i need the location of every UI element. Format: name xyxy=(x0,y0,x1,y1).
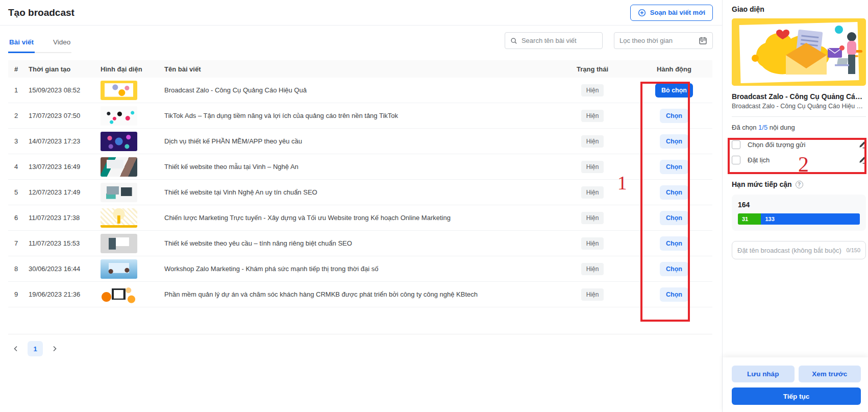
main-panel: Tạo broadcast Soạn bài viết mới Bài viết… xyxy=(0,0,722,412)
select-post-button[interactable]: Chọn xyxy=(660,287,688,302)
status-badge: Hiện xyxy=(581,135,604,148)
post-title: Chiến lược Marketing Trực tuyến - Xây dự… xyxy=(164,214,549,222)
table-row: 3 14/07/2023 17:23 Dịch vụ thiết kế PHẦN… xyxy=(8,129,712,154)
edit-audience-button[interactable] xyxy=(858,141,866,149)
post-title: Thiết kế website tại Vinh Nghệ An uy tín… xyxy=(164,188,549,196)
status-badge: Hiện xyxy=(581,110,604,122)
pencil-icon xyxy=(858,156,866,164)
select-post-button[interactable]: Chọn xyxy=(660,160,688,174)
broadcast-name-field: 0/150 xyxy=(732,241,866,259)
selection-count: 1/5 xyxy=(758,124,767,131)
quota-segment-used: 31 xyxy=(738,213,761,225)
col-header-created: Thời gian tạo xyxy=(29,65,101,73)
posts-table: # Thời gian tạo Hình đại diện Tên bài vi… xyxy=(8,60,712,307)
select-post-button[interactable]: Chọn xyxy=(660,262,688,276)
row-index: 8 xyxy=(8,265,29,273)
select-post-button[interactable]: Chọn xyxy=(660,236,688,251)
table-row: 4 13/07/2023 16:49 Thiết kế website theo… xyxy=(8,154,712,180)
preview-post-title: Broadcast Zalo - Công Cụ Quảng Cáo Hiệu … xyxy=(732,92,866,101)
time-filter-placeholder: Lọc theo thời gian xyxy=(619,37,673,44)
post-thumbnail xyxy=(101,157,137,177)
save-draft-button[interactable]: Lưu nháp xyxy=(732,366,795,382)
tab-articles[interactable]: Bài viết xyxy=(8,33,35,53)
controls-row: Bài viết Video Lọc theo thời gian xyxy=(0,26,722,53)
selection-suffix: nội dung xyxy=(767,124,795,131)
chevron-left-icon xyxy=(12,345,19,352)
post-thumbnail xyxy=(101,183,137,202)
row-index: 2 xyxy=(8,112,29,119)
row-created: 11/07/2023 15:53 xyxy=(29,239,101,247)
table-row: 7 11/07/2023 15:53 Thiết kế website theo… xyxy=(8,231,712,256)
row-index: 7 xyxy=(8,239,29,247)
preview-button[interactable]: Xem trước xyxy=(799,366,861,382)
row-created: 19/06/2023 21:36 xyxy=(29,290,101,298)
post-title: Thiết kế website theo yêu cầu – tính năn… xyxy=(164,239,549,247)
status-badge: Hiện xyxy=(581,237,604,250)
tab-video[interactable]: Video xyxy=(52,33,71,53)
select-post-button[interactable]: Chọn xyxy=(660,134,688,149)
table-row: 9 19/06/2023 21:36 Phần mềm quản lý dự á… xyxy=(8,282,712,307)
preview-sidebar: Giao diện xyxy=(722,0,868,412)
row-created: 12/07/2023 17:49 xyxy=(29,188,101,196)
row-created: 13/07/2023 16:49 xyxy=(29,163,101,171)
row-index: 1 xyxy=(8,86,29,94)
col-header-index: # xyxy=(8,65,29,73)
search-icon xyxy=(510,37,517,45)
post-title: Dịch vụ thiết kế PHẦN MỀM/APP theo yêu c… xyxy=(164,137,549,145)
table-header-row: # Thời gian tạo Hình đại diện Tên bài vi… xyxy=(8,60,712,78)
select-post-button[interactable]: Chọn xyxy=(660,211,688,225)
audience-option-label: Chọn đối tượng gửi xyxy=(748,141,858,149)
post-thumbnail xyxy=(101,285,137,304)
table-row: 6 11/07/2023 17:38 Chiến lược Marketing … xyxy=(8,205,712,231)
broadcast-create-page: Tạo broadcast Soạn bài viết mới Bài viết… xyxy=(0,0,868,412)
table-row: 2 17/07/2023 07:50 TikTok Ads – Tận dụng… xyxy=(8,103,712,129)
quota-segment-remaining: 133 xyxy=(761,213,860,225)
pagination: 1 xyxy=(8,334,712,356)
post-thumbnail xyxy=(101,81,137,100)
compose-post-button[interactable]: Soạn bài viết mới xyxy=(630,5,713,21)
audience-checkbox[interactable] xyxy=(732,140,740,149)
edit-schedule-button[interactable] xyxy=(858,156,866,164)
broadcast-options: Chọn đối tượng gửi Đặt lịch xyxy=(732,137,866,167)
question-circle-icon[interactable]: ? xyxy=(796,181,803,188)
search-input[interactable] xyxy=(522,37,597,44)
schedule-checkbox[interactable] xyxy=(732,156,740,164)
broadcast-name-input[interactable] xyxy=(737,247,843,254)
pagination-next-button[interactable] xyxy=(47,341,62,356)
quota-label: Hạn mức tiếp cận xyxy=(732,180,792,188)
post-thumbnail xyxy=(101,132,137,151)
row-index: 6 xyxy=(8,214,29,222)
status-badge: Hiện xyxy=(581,84,604,96)
deselect-post-button[interactable]: Bỏ chọn xyxy=(655,83,693,98)
post-thumbnail xyxy=(101,234,137,253)
post-thumbnail xyxy=(101,259,137,279)
tabs: Bài viết Video xyxy=(8,33,71,53)
select-post-button[interactable]: Chọn xyxy=(660,109,688,123)
row-index: 3 xyxy=(8,137,29,145)
row-created: 17/07/2023 07:50 xyxy=(29,112,101,119)
continue-button[interactable]: Tiếp tục xyxy=(732,387,861,405)
status-badge: Hiện xyxy=(581,212,604,224)
char-counter: 0/150 xyxy=(846,247,860,253)
pencil-icon xyxy=(858,141,866,149)
post-thumbnail xyxy=(101,208,137,228)
time-filter-select[interactable]: Lọc theo thời gian xyxy=(614,32,713,49)
col-header-thumbnail: Hình đại diện xyxy=(101,65,164,73)
quota-header: Hạn mức tiếp cận ? xyxy=(732,180,865,188)
row-created: 15/09/2023 08:52 xyxy=(29,86,101,94)
chevron-right-icon xyxy=(51,345,58,352)
post-title: Phần mềm quản lý dự án và chăm sóc khách… xyxy=(164,290,549,298)
status-badge: Hiện xyxy=(581,186,604,199)
col-header-status: Trạng thái xyxy=(549,65,636,73)
status-badge: Hiện xyxy=(581,161,604,173)
option-row-audience: Chọn đối tượng gửi xyxy=(732,137,866,152)
sidebar-divider xyxy=(732,116,866,117)
pagination-page-1[interactable]: 1 xyxy=(28,341,43,356)
col-header-action: Hành động xyxy=(636,65,712,73)
page-title: Tạo broadcast xyxy=(8,7,75,18)
sidebar-title: Giao diện xyxy=(732,5,865,13)
table-row: 8 30/06/2023 16:44 Workshop Zalo Marketi… xyxy=(8,256,712,282)
select-post-button[interactable]: Chọn xyxy=(660,185,688,200)
row-created: 14/07/2023 17:23 xyxy=(29,137,101,145)
pagination-prev-button[interactable] xyxy=(8,341,23,356)
